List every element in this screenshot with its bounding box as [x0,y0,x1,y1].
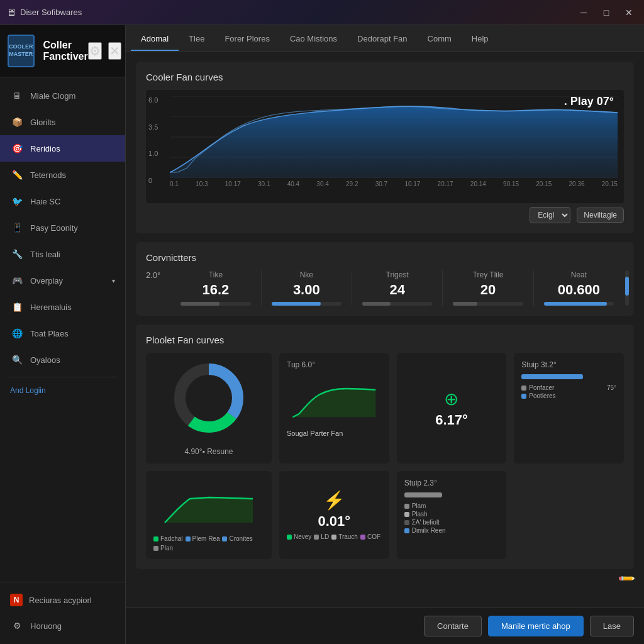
sidebar-item-reciuras[interactable]: N Reciuras acypiorl [0,587,125,613]
connector-trigest-bar-bg [362,302,432,306]
tab-dedorapt-fan[interactable]: Dedorapt Fan [347,28,418,51]
male-clogm-icon: 🖥 [10,89,24,103]
connector-neat-bar-bg [544,302,614,306]
connector-neat-value: 00.600 [541,282,616,298]
titlebar-app-icon: 🖥 [6,7,16,18]
sidebar-item-label: Reciuras acypiorl [29,596,92,605]
x-label-3: 10.17 [225,180,241,187]
plem-rea-label: Plem Rea [192,535,220,542]
fan-curve-1-fill [292,389,375,417]
settings-icon[interactable]: ⚙ [88,42,102,60]
x-label-15: 20.15 [602,180,618,187]
sidebar-item-label: Horuong [30,621,62,631]
bar-1-legend: Ponfacer 75° Pootleres [521,384,616,399]
ld-label: LD [321,533,329,540]
bottom-bar: Contarte Manile mertic ahop Lase [126,608,644,644]
tab-adomal[interactable]: Adomal [131,28,179,51]
sidebar-item-label: Overplay [30,276,63,286]
bar-card-1: Stuip 3t.2° Ponfacer 75° Pootleres [514,353,624,464]
connector-nke-value: 3.00 [269,282,344,298]
secondary-button[interactable]: Lase [590,616,634,636]
x-label-11: 20.14 [470,180,486,187]
sigma-dot [404,520,409,525]
sidebar-item-label: Glorilts [30,118,55,127]
sidebar-divider [8,377,118,377]
chart-dropdown[interactable]: Ecigl [530,207,570,223]
sidebar-item-oyaloos[interactable]: 🔍 Oyaloos [0,347,125,373]
connector-nke: Nke 3.00 [262,270,352,306]
reciuras-icon: N [10,594,23,606]
sidebar-item-overplay[interactable]: 🎮 Overplay ▾ [0,267,125,294]
fan-curve-2-chart [153,479,264,529]
cooler-master-logo: COOLER MASTER [8,35,35,67]
dimilx-dot [404,528,409,533]
scrollbar[interactable] [625,270,629,306]
connector-prefix: 2.0° [146,270,170,280]
chart-controls: Ecigl Neviltagle [146,207,624,223]
connectors-row: 2.0° Tike 16.2 Nke 3.00 [146,270,624,306]
connector-nke-bar-fill [272,302,321,306]
sidebar-item-haie-sc[interactable]: 🐦 Haie SC [0,188,125,214]
connector-trigest: Trigest 24 [352,270,443,306]
primary-button[interactable]: Manile mertic ahop [488,616,584,636]
y-label-35: 3.5 [148,123,161,131]
plan-label: Plan [160,545,173,552]
sidebar-item-pasy-eoonity[interactable]: 📱 Pasy Eoonity [0,214,125,241]
tab-help[interactable]: Help [462,28,499,51]
sidebar-item-toat-plaes[interactable]: 🌐 Toat Plaes [0,320,125,347]
maximize-button[interactable]: □ [597,4,615,21]
connector-trey-value: 20 [450,282,525,298]
fan-curve-chart [170,96,618,178]
bar-card-2-title: Stuip 2.3° [404,479,499,487]
minimize-button[interactable]: ─ [575,4,592,21]
sidebar-item-reridios[interactable]: 🎯 Reridios [0,135,125,162]
fan-chart-container: . Play 07° 6.0 3.5 1.0 0 [146,90,624,203]
connector-tike-value: 16.2 [178,282,253,298]
cof-label: COF [367,533,380,540]
fan-curve-1-chart [287,374,382,425]
toat-plaes-icon: 🌐 [10,326,24,340]
tab-tlee[interactable]: Tlee [179,28,214,51]
x-label-7: 29.2 [346,180,358,187]
sidebar-item-glorilts[interactable]: 📦 Glorilts [0,109,125,135]
pencil-icon[interactable]: ✏️ [617,569,636,588]
chart-area [170,96,618,178]
ploolet-grid: 4.90° ▪ Resune Tup 6.0° Sougal Parter Fa… [146,353,624,559]
sidebar-item-teternods[interactable]: ✏️ Teternods [0,162,125,188]
sidebar-item-heremaluis[interactable]: 📋 Heremaluis [0,294,125,320]
sidebar-item-label: Pasy Eoonity [30,223,78,233]
chart-y-axis: 6.0 3.5 1.0 0 [146,96,164,184]
ponfacer-dot [521,386,526,391]
x-label-13: 20.15 [536,180,552,187]
tab-comm[interactable]: Comm [418,28,462,51]
new-chart-button[interactable]: Neviltagle [577,208,624,223]
connector-nke-bar-bg [272,302,341,306]
tab-cao-mistions[interactable]: Cao Mistions [280,28,347,51]
legend-item-plam: Plam [404,502,499,509]
cronites-label: Cronites [229,535,252,542]
cancel-button[interactable]: Contarte [424,616,482,636]
sidebar-item-male-clogm[interactable]: 🖥 Miale Clogm [0,82,125,109]
fadchal-dot [153,536,158,541]
sidebar-item-label: Haie SC [30,197,60,206]
label-ld: LD [314,533,329,540]
app-title: Coller Fanctiver [43,40,88,62]
connector-trey-bar-bg [453,302,523,306]
and-logiin-link[interactable]: And Logiin [0,381,125,400]
x-label-8: 30.7 [375,180,387,187]
ponfacer-label: Ponfacer [529,384,554,391]
close-app-icon[interactable]: ✕ [108,42,121,60]
tab-forer-plores[interactable]: Forer Plores [214,28,280,51]
ploolet-section: Ploolet Fan curves [136,325,634,569]
plash-label: Plash [412,511,428,518]
plan-dot [153,546,158,551]
metric-1-value: 6.17° [404,412,499,428]
sidebar-item-ttis-leali[interactable]: 🔧 Ttis leali [0,241,125,267]
connector-tike-bar-bg [180,302,250,306]
edit-tools: ✏️ [136,569,634,588]
oyaloos-icon: 🔍 [10,353,24,367]
fan-card-2-labels: Fadchal Plem Rea Cronites [153,535,264,552]
close-button[interactable]: ✕ [620,4,638,21]
sidebar-item-horuong[interactable]: ⚙ Horuong [0,613,125,639]
sidebar-item-label: Oyaloos [30,355,60,365]
